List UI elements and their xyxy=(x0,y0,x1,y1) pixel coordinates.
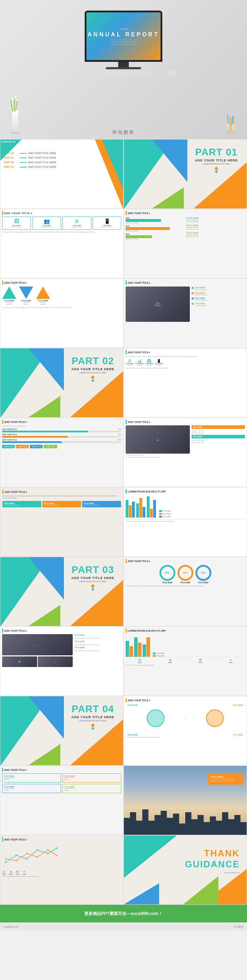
row-3: ADD YOUR TITLE ♦ TITLE HERE Title HereTi… xyxy=(0,278,247,348)
svg-point-4 xyxy=(5,862,6,863)
slide-triangles: ADD YOUR TITLE ♦ TITLE HERE Title HereTi… xyxy=(0,278,124,348)
slide-title-grid: ADD YOUR TITLE ♦ TITLE HERE Title Here T… xyxy=(0,765,124,835)
text-lorem2: Lorem ipsum dolor sit amet consectetur a… xyxy=(126,368,245,369)
thank-text-area: THANK GUIDANCE www.sucai999.com xyxy=(185,848,239,873)
bar-group-3 xyxy=(147,496,156,517)
linechart-icons: @ TITLE ◆ TITLE ✿ TITLE ★ TITLE xyxy=(2,870,121,875)
text-lorem1: Lorem ipsum dolor sit amet, consectetur … xyxy=(126,356,245,358)
slide-part01: PART 01 ADD YOUR TITLE HERE LOREM IPSUM … xyxy=(124,139,247,209)
donut-3: 75% TITLE HERE xyxy=(195,565,211,584)
gbar-legend-2: TITLE HERE xyxy=(153,655,245,657)
istat-3: ✿ TITLE xyxy=(198,658,202,663)
prog-item-1: ADD YOUR TITLE 72% xyxy=(2,428,121,433)
svg-point-8 xyxy=(47,853,49,854)
icon-box-1: 🖼 TITLE HERE Title Here Title Here Title xyxy=(2,216,31,230)
row-8: ADD YOUR TITLE ♦ 📺 🏙 🌆 xyxy=(0,626,247,696)
bar-group-1 xyxy=(126,500,135,517)
grid-item-1: TITLE HERE Title Here Title HereTitle He… xyxy=(2,773,61,783)
stepped-bars: 2013 Title Here Title Here 2014 Title He… xyxy=(126,217,185,240)
svg-point-14 xyxy=(47,849,49,851)
barchart-title: LOREM IPSUM DOLOR S IT AMT xyxy=(128,490,166,493)
slide-timeline: ADD YOUR TITLE ♦ 2013 Title Here Title H… xyxy=(124,209,247,278)
slide-contents: CONTETS PART 01. ADD YOUR TITLE HERE PAR… xyxy=(0,139,124,209)
donut-1: 25% TITLE HERE xyxy=(160,565,176,584)
thank-logo: LOGO xyxy=(127,839,132,841)
ti-icon-1: @ TITLE HERE Title Here xyxy=(126,359,134,366)
svg-point-11 xyxy=(16,860,17,861)
row-1: CONTETS PART 01. ADD YOUR TITLE HERE PAR… xyxy=(0,139,247,209)
row-2: ADD YOUR TITLE ♦ 🖼 TITLE HERE Title Here… xyxy=(0,209,247,278)
row-11: ADD YOUR TITLE ♦ xyxy=(0,835,247,905)
city-image: CityPhoto xyxy=(126,286,190,322)
line-lorem: Lorem ipsum dolor sit amet consectetur a… xyxy=(2,876,121,877)
prog-item-2: ADD YOUR TITLE 55% xyxy=(2,433,121,438)
svg-point-12 xyxy=(26,853,27,854)
prog-lorem: Lorem ipsum dolor sit amet consectetur a… xyxy=(2,425,121,427)
watermark-left: sucai999.com xyxy=(3,926,19,928)
istat-1: @ TITLE xyxy=(138,658,142,663)
bar-group-2 xyxy=(136,498,146,517)
gbar-legend-1: TITLE HERE xyxy=(153,652,245,654)
part01-label: PART 01 ADD YOUR TITLE HERE LOREM IPSUM … xyxy=(195,146,238,173)
gbar-3 xyxy=(142,637,150,657)
cover-title: ANNUAL REPORT xyxy=(87,32,159,38)
slide-linechart: ADD YOUR TITLE ♦ xyxy=(0,835,124,905)
footer-bar: 更多精品PPT素策尽在—sucai999.com！ xyxy=(0,905,247,923)
timeline-title: ADD YOUR TITLE ♦ xyxy=(128,212,150,215)
grouped-bars-area: TITLE HERE TITLE HERE xyxy=(126,634,245,657)
slide-part03: PART 03 ADD YOUR TITLE HERE LOREM IPSUM … xyxy=(0,557,124,626)
istat-4: ★ TITLE xyxy=(229,658,233,663)
slide-barchart: LOREM IPSUM DOLOR S IT AMT xyxy=(124,487,247,557)
gbar-legend: TITLE HERE TITLE HERE xyxy=(151,652,245,657)
barchart-lorem: Lorem ipsum dolor sit amet consectetur a… xyxy=(126,521,245,522)
ti-icon-2: 📊 TITLE HERE Title Here xyxy=(135,359,143,366)
gbar-2 xyxy=(134,637,141,657)
icon-mobile: 📱 xyxy=(95,218,120,224)
bar-chart-area: TITLE HERE TITLE HERE TITLE HERE xyxy=(126,495,245,520)
prog-item-3: ADD YOUR TITLE 50% xyxy=(2,439,121,443)
slide-text-icons: ADD YOUR TITLE ♦ Lorem ipsum dolor sit a… xyxy=(124,348,247,418)
legend-teal: TITLE HERE xyxy=(159,510,245,512)
step-arrows: ADD TITLE ADD TITLE ADD TITLE ADD TITLE xyxy=(2,445,121,448)
tri-item-2: TITLE HERE Title HereTitle Here xyxy=(19,286,33,305)
icon-box-2: 👥 TITLE HERE Title Here Title Here Title xyxy=(32,216,62,230)
colorbox-blue: TITLE HERE Lorem ipsum dolor sit amet xyxy=(82,501,121,508)
icon-monitor: 🖥 xyxy=(64,218,90,224)
triangles-title: ADD YOUR TITLE ♦ xyxy=(4,282,27,284)
chart-legend: TITLE HERE TITLE HERE TITLE HERE xyxy=(157,510,245,517)
laptop-stats: ADD HERE Title Here Title HereTitle Here… xyxy=(192,425,245,456)
grid-item-3: TITLE HERE Title Here Title HereTitle He… xyxy=(2,784,61,793)
bottom-watermark: sucai999.com 华鸟图库 xyxy=(0,923,247,931)
textblock-title: ADD YOUR TITLE ♦ xyxy=(5,491,27,493)
triangles-lorem: Lorem ipsum dolor sit amet, consectetur … xyxy=(2,307,121,309)
legend-blue: TITLE HERE xyxy=(159,516,245,517)
thank-line1: THANK xyxy=(185,848,239,859)
title-list-right: TITLE HERE Title Here Title Here Title H… xyxy=(186,217,245,240)
icons-title: ADD YOUR TITLE ♦ xyxy=(4,212,32,215)
row-9: PART 04 ADD YOUR TITLE HERE LOREM IPSUM … xyxy=(0,696,247,765)
watermark-right: 华鸟图库 xyxy=(234,925,244,929)
slide-thanks: THANK GUIDANCE www.sucai999.com LOGO xyxy=(124,835,247,905)
grid-title: ADD YOUR TITLE ♦ xyxy=(4,769,27,771)
istat-2: ◆ TITLE xyxy=(168,658,172,663)
progress-title: ADD YOUR TITLE ♦ xyxy=(4,421,27,423)
icons-lorem: Lorem ipsum dolor sit amet, consectetur … xyxy=(2,231,121,233)
laptop-title: ADD YOUR TITLE ♦ xyxy=(128,421,150,423)
thank-line2: GUIDANCE xyxy=(185,859,239,870)
slide-icons: ADD YOUR TITLE ♦ 🖼 TITLE HERE Title Here… xyxy=(0,209,124,278)
slide-part04: PART 04 ADD YOUR TITLE HERE LOREM IPSUM … xyxy=(0,696,124,765)
grid-item-2: TITLE HERE Title Here Title HereTitle He… xyxy=(62,773,121,783)
part03-label: PART 03 ADD YOUR TITLE HERE LOREM IPSUM … xyxy=(71,564,114,590)
bullet-4: TITLE HERE Title Here Title Here xyxy=(192,302,245,306)
line-chart-svg xyxy=(2,843,59,868)
line-title: ADD YOUR TITLE ♦ xyxy=(4,838,27,841)
slide-textblock: ADD YOUR TITLE ♦ Lorem ipsum dolor sit a… xyxy=(0,487,124,557)
textblock-lorem: Lorem ipsum dolor sit amet, consectetur … xyxy=(2,495,121,499)
donut-2: 50% TITLE HERE xyxy=(177,565,193,584)
tv-images: 📺 🏙 🌆 xyxy=(2,634,73,667)
icon-stats-row: @ TITLE ◆ TITLE ✿ TITLE ★ TITLE xyxy=(126,658,245,663)
part02-label: PART 02 ADD YOUR TITLE HERE LOREM IPSUM … xyxy=(71,355,114,382)
cover-brand: 华鸟图库 xyxy=(112,129,135,136)
row-10: ADD YOUR TITLE ♦ TITLE HERE Title Here T… xyxy=(0,765,247,835)
donut-stats: 25% TITLE HERE 50% TITLE HERE 75% TITLE … xyxy=(126,565,245,584)
